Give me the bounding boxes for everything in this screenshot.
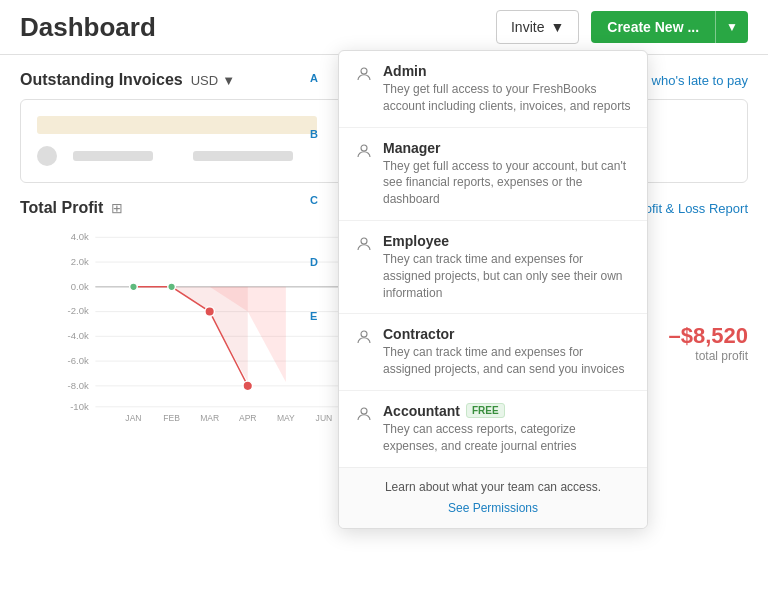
dropdown-item-employee[interactable]: Employee They can track time and expense… [339, 221, 647, 314]
item-name-row: Manager [383, 140, 631, 156]
placeholder-bar-2 [193, 151, 293, 161]
free-badge: FREE [466, 403, 505, 418]
currency-selector[interactable]: USD ▼ [191, 73, 235, 88]
svg-point-11 [361, 145, 367, 151]
item-content-contractor: Contractor They can track time and expen… [383, 326, 631, 378]
label-a: A [310, 72, 318, 84]
header-actions: Invite ▼ Create New ... ▼ [496, 10, 748, 44]
item-content-admin: Admin They get full access to your Fresh… [383, 63, 631, 115]
svg-point-13 [361, 331, 367, 337]
x-label-apr: APR [239, 413, 257, 423]
item-name: Accountant [383, 403, 460, 419]
y-label-neg6k: -6.0k [68, 355, 89, 366]
item-description: They can track time and expenses for ass… [383, 251, 631, 301]
invite-chevron-icon: ▼ [550, 19, 564, 35]
svg-point-10 [361, 68, 367, 74]
y-label-neg10k: -10k [70, 401, 89, 412]
dropdown-footer: Learn about what your team can access. S… [339, 467, 647, 528]
svg-point-14 [361, 408, 367, 414]
y-label-4k: 4.0k [71, 231, 89, 242]
label-d: D [310, 256, 318, 268]
item-name: Admin [383, 63, 427, 79]
chart-point-jan [130, 283, 138, 291]
y-label-neg2k: -2.0k [68, 305, 89, 316]
svg-point-12 [361, 238, 367, 244]
x-label-jan: JAN [125, 413, 141, 423]
item-description: They get full access to your FreshBooks … [383, 81, 631, 115]
dropdown-items-list: Admin They get full access to your Fresh… [339, 51, 647, 467]
create-button-group: Create New ... ▼ [591, 11, 748, 43]
x-label-jun: JUN [316, 413, 333, 423]
create-dropdown-arrow[interactable]: ▼ [715, 11, 748, 43]
item-name-row: Contractor [383, 326, 631, 342]
invoices-title: Outstanding Invoices [20, 71, 183, 89]
person-icon [355, 142, 373, 160]
profit-title-group: Total Profit ⊞ [20, 199, 123, 217]
placeholder-circle-1 [37, 146, 57, 166]
item-content-employee: Employee They can track time and expense… [383, 233, 631, 301]
invite-dropdown: Admin They get full access to your Fresh… [338, 50, 648, 529]
create-chevron-icon: ▼ [726, 20, 738, 34]
chart-point-mar [205, 307, 215, 317]
x-label-mar: MAR [200, 413, 219, 423]
x-label-may: MAY [277, 413, 295, 423]
person-icon [355, 405, 373, 423]
person-icon [355, 65, 373, 83]
y-label-neg4k: -4.0k [68, 330, 89, 341]
currency-chevron-icon: ▼ [222, 73, 235, 88]
y-label-0k: 0.0k [71, 281, 89, 292]
label-b: B [310, 128, 318, 140]
placeholder-bar-1 [73, 151, 153, 161]
x-label-feb: FEB [163, 413, 180, 423]
label-c: C [310, 194, 318, 206]
dropdown-item-manager[interactable]: Manager They get full access to your acc… [339, 128, 647, 221]
item-description: They can track time and expenses for ass… [383, 344, 631, 378]
footer-text: Learn about what your team can access. [355, 480, 631, 494]
label-e: E [310, 310, 317, 322]
see-permissions-link[interactable]: See Permissions [448, 501, 538, 515]
profit-amount-label: total profit [695, 349, 748, 363]
item-name: Contractor [383, 326, 455, 342]
dropdown-item-contractor[interactable]: Contractor They can track time and expen… [339, 314, 647, 391]
item-name: Employee [383, 233, 449, 249]
item-name-row: Accountant FREE [383, 403, 631, 419]
item-description: They get full access to your account, bu… [383, 158, 631, 208]
chart-point-feb [168, 283, 176, 291]
item-content-manager: Manager They get full access to your acc… [383, 140, 631, 208]
invoice-bar [37, 116, 317, 134]
create-new-button[interactable]: Create New ... [591, 11, 715, 43]
profit-title: Total Profit [20, 199, 103, 217]
chart-fill-area [95, 287, 247, 382]
person-icon [355, 328, 373, 346]
y-label-2k: 2.0k [71, 256, 89, 267]
item-name: Manager [383, 140, 441, 156]
item-name-row: Employee [383, 233, 631, 249]
invite-button[interactable]: Invite ▼ [496, 10, 579, 44]
item-content-accountant: Accountant FREE They can access reports,… [383, 403, 631, 455]
dropdown-item-admin[interactable]: Admin They get full access to your Fresh… [339, 51, 647, 128]
filter-icon[interactable]: ⊞ [111, 200, 123, 216]
item-description: They can access reports, categorize expe… [383, 421, 631, 455]
profit-amount: –$8,520 [668, 323, 748, 349]
profit-value-box: –$8,520 total profit [668, 223, 748, 443]
person-icon [355, 235, 373, 253]
dropdown-item-accountant[interactable]: Accountant FREE They can access reports,… [339, 391, 647, 467]
chart-point-apr [243, 381, 253, 391]
item-name-row: Admin [383, 63, 631, 79]
header: Dashboard Invite ▼ Create New ... ▼ [0, 0, 768, 55]
y-label-neg8k: -8.0k [68, 380, 89, 391]
page-title: Dashboard [20, 12, 156, 43]
